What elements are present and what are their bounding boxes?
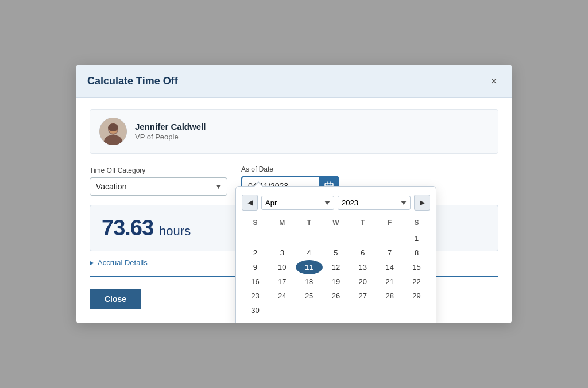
calendar-day[interactable]: 24: [269, 289, 296, 303]
svg-point-4: [108, 123, 118, 131]
calendar-day[interactable]: 23: [242, 289, 269, 303]
calendar-nav: ◀ JanFebMar AprMayJun JulAugSep OctNovDe…: [242, 195, 430, 211]
calendar-day[interactable]: 8: [403, 246, 430, 260]
calendar-day[interactable]: 3: [269, 246, 296, 260]
modal-title: Calculate Time Off: [87, 75, 178, 87]
accrual-label: Accrual Details: [98, 258, 148, 267]
user-section: Jennifer Caldwell VP of People: [90, 109, 498, 154]
calendar-day[interactable]: 11: [296, 260, 323, 274]
user-name: Jennifer Caldwell: [135, 122, 206, 131]
date-group: As of Date: [241, 165, 339, 196]
calendar-day-empty: [296, 303, 323, 317]
calendar-weekday-header: T: [296, 216, 323, 231]
hours-unit: hours: [159, 224, 191, 239]
calendar-day[interactable]: 10: [269, 260, 296, 274]
calendar-day-empty: [323, 303, 350, 317]
calendar-day[interactable]: 4: [296, 246, 323, 260]
calendar-day[interactable]: 15: [403, 260, 430, 274]
category-label: Time Off Category: [90, 166, 227, 174]
calendar-day[interactable]: 12: [323, 260, 350, 274]
calendar-weekday-header: T: [349, 216, 376, 231]
calendar-day[interactable]: 19: [323, 274, 350, 289]
calendar-day[interactable]: 7: [376, 246, 403, 260]
calendar-day[interactable]: 28: [376, 289, 403, 303]
calendar-day[interactable]: 6: [349, 246, 376, 260]
calendar-day-empty: [376, 231, 403, 246]
calendar-day-empty: [269, 231, 296, 246]
hours-number: 73.63: [102, 216, 153, 240]
prev-month-button[interactable]: ◀: [242, 195, 258, 211]
calendar-dropdown: ◀ JanFebMar AprMayJun JulAugSep OctNovDe…: [235, 186, 436, 323]
calendar-day[interactable]: 9: [242, 260, 269, 274]
calendar-day-empty: [349, 231, 376, 246]
calendar-day-empty: [376, 303, 403, 317]
calendar-day-empty: [242, 231, 269, 246]
calendar-day-empty: [296, 231, 323, 246]
calendar-day-empty: [323, 231, 350, 246]
avatar: [99, 118, 127, 145]
calendar-day[interactable]: 14: [376, 260, 403, 274]
calendar-day[interactable]: 2: [242, 246, 269, 260]
user-job-title: VP of People: [135, 133, 206, 141]
close-button[interactable]: Close: [90, 289, 141, 309]
user-info: Jennifer Caldwell VP of People: [135, 122, 206, 141]
calendar-weekday-header: F: [376, 216, 403, 231]
calendar-day-empty: [403, 303, 430, 317]
year-select[interactable]: 202020212022 202320242025: [338, 196, 411, 210]
calendar-day[interactable]: 18: [296, 274, 323, 289]
calendar-day[interactable]: 30: [242, 303, 269, 317]
calendar-day[interactable]: 17: [269, 274, 296, 289]
calendar-day[interactable]: 20: [349, 274, 376, 289]
date-label: As of Date: [241, 165, 339, 173]
chevron-right-icon: ▶: [90, 259, 94, 266]
calendar-day[interactable]: 5: [323, 246, 350, 260]
modal-body: Jennifer Caldwell VP of People Time Off …: [76, 98, 512, 323]
modal-header: Calculate Time Off ×: [76, 65, 512, 98]
close-icon-button[interactable]: ×: [487, 74, 501, 88]
calendar-day[interactable]: 16: [242, 274, 269, 289]
next-month-button[interactable]: ▶: [414, 195, 430, 211]
calendar-day[interactable]: 27: [349, 289, 376, 303]
calendar-weekday-header: S: [242, 216, 269, 231]
calendar-day[interactable]: 1: [403, 231, 430, 246]
calendar-day-empty: [349, 303, 376, 317]
calendar-weekday-header: M: [269, 216, 296, 231]
modal-overlay: Calculate Time Off × Jennifer Caldwell: [0, 0, 588, 388]
calendar-day[interactable]: 29: [403, 289, 430, 303]
calendar-day[interactable]: 25: [296, 289, 323, 303]
category-select[interactable]: Vacation Sick Personal Bereavement: [90, 177, 227, 196]
category-group: Time Off Category Vacation Sick Personal…: [90, 166, 227, 196]
calendar-day[interactable]: 26: [323, 289, 350, 303]
calendar-day[interactable]: 21: [376, 274, 403, 289]
modal-dialog: Calculate Time Off × Jennifer Caldwell: [76, 65, 512, 323]
calendar-weekday-header: S: [403, 216, 430, 231]
calendar-day[interactable]: 13: [349, 260, 376, 274]
calendar-weekday-header: W: [323, 216, 350, 231]
calendar-grid: SMTWTFS 12345678910111213141516171819202…: [242, 216, 430, 317]
month-select[interactable]: JanFebMar AprMayJun JulAugSep OctNovDec: [261, 196, 334, 210]
calendar-day[interactable]: 22: [403, 274, 430, 289]
form-row: Time Off Category Vacation Sick Personal…: [90, 165, 498, 196]
category-select-wrapper: Vacation Sick Personal Bereavement ▼: [90, 177, 227, 196]
calendar-day-empty: [269, 303, 296, 317]
